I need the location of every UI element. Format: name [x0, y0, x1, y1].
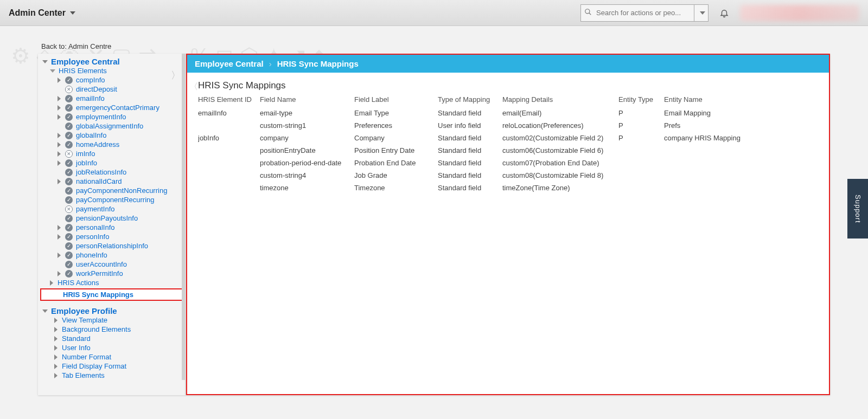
back-link-target: Admin Centre: [68, 42, 111, 50]
search-input[interactable]: [595, 8, 691, 17]
back-link[interactable]: Back to: Admin Centre: [38, 42, 830, 50]
tree-element-item[interactable]: workPermitInfo: [38, 269, 185, 278]
breadcrumb-root[interactable]: Employee Central: [195, 59, 264, 68]
table-cell: Standard field: [438, 184, 500, 192]
tree-arrow-slot: [58, 133, 64, 138]
tree-item-label: compInfo: [76, 76, 105, 84]
tree-element-item[interactable]: jobInfo: [38, 158, 185, 167]
collapse-icon: [50, 69, 55, 73]
tree-profile-item[interactable]: Number Format: [38, 352, 185, 362]
tree-element-item[interactable]: imInfo: [38, 149, 185, 158]
expand-right-icon[interactable]: 〉: [171, 69, 181, 82]
table-row[interactable]: jobInfocompanyCompanyStandard fieldcusto…: [198, 132, 821, 144]
table-row[interactable]: emailInfoemail-typeEmail TypeStandard fi…: [198, 107, 821, 119]
table-cell: Job Grade: [354, 171, 436, 179]
expand-icon: [58, 96, 61, 101]
check-circle-icon: [65, 224, 73, 231]
chevron-down-icon: [70, 11, 75, 15]
tree-item-label: phoneInfo: [76, 251, 107, 259]
tree-item-label: Field Display Format: [62, 362, 126, 370]
tree-element-item[interactable]: pensionPayoutsInfo: [38, 214, 185, 223]
tree-profile-item[interactable]: Field Display Format: [38, 362, 185, 371]
expand-icon: [58, 114, 61, 120]
tree-profile-item[interactable]: Standard: [38, 334, 185, 343]
check-circle-icon: [65, 132, 73, 139]
tree-hris-elements[interactable]: HRIS Elements: [38, 66, 185, 75]
table-row[interactable]: custom-string4Job GradeStandard fieldcus…: [198, 169, 821, 182]
tree-element-item[interactable]: personalInfo: [38, 223, 185, 232]
tree-element-item[interactable]: payComponentRecurring: [38, 195, 185, 204]
tree-element-item[interactable]: directDeposit: [38, 85, 185, 94]
table-row[interactable]: probation-period-end-dateProbation End D…: [198, 157, 821, 169]
global-search[interactable]: [580, 4, 694, 22]
check-circle-icon: [65, 242, 73, 250]
table-cell: timezone: [260, 184, 352, 192]
col-header: Field Label: [354, 95, 436, 104]
tree-element-item[interactable]: payComponentNonRecurring: [38, 186, 185, 195]
tree-element-item[interactable]: globalAssignmentInfo: [38, 121, 185, 131]
tree-arrow-slot: [58, 105, 64, 111]
table-cell: Standard field: [438, 171, 500, 179]
user-profile-area[interactable]: [740, 5, 859, 21]
tree-element-item[interactable]: compInfo: [38, 75, 185, 85]
table-cell: custom08(Customizable Field 8): [502, 171, 616, 179]
table-cell: custom02(Customizable Field 2): [502, 134, 616, 142]
main-content-panel: Employee Central › HRIS Sync Mappings 〈 …: [186, 54, 830, 395]
table-cell: P: [618, 109, 662, 117]
tree-item-label: imInfo: [76, 150, 95, 158]
table-cell: custom07(Probation End Date): [502, 159, 616, 167]
tree-arrow-slot: [58, 253, 64, 258]
expand-icon: [54, 318, 58, 323]
tree-arrow-slot: [54, 327, 61, 332]
tree-hris-sync-mappings[interactable]: HRIS Sync Mappings: [40, 288, 183, 301]
tree-element-item[interactable]: homeAddress: [38, 140, 185, 149]
expand-icon: [58, 179, 61, 184]
tree-hris-actions[interactable]: HRIS Actions: [38, 278, 185, 287]
app-title-dropdown[interactable]: Admin Center: [9, 8, 75, 18]
section-employee-profile[interactable]: Employee Profile: [38, 303, 185, 315]
tree-element-item[interactable]: personInfo: [38, 232, 185, 241]
tree-arrow-slot: [58, 271, 64, 276]
tree-label: HRIS Sync Mappings: [63, 291, 133, 299]
tree-element-item[interactable]: phoneInfo: [38, 250, 185, 260]
table-row[interactable]: positionEntryDatePosition Entry DateStan…: [198, 144, 821, 157]
tree-element-item[interactable]: paymentInfo: [38, 204, 185, 214]
tree-profile-item[interactable]: View Template: [38, 315, 185, 325]
tree-element-item[interactable]: personRelationshipInfo: [38, 241, 185, 250]
tree-arrow-slot: [58, 225, 64, 230]
tree-item-label: View Template: [62, 316, 107, 324]
back-caret-icon[interactable]: 〈: [189, 81, 198, 93]
table-cell: Standard field: [438, 134, 500, 142]
tree-profile-item[interactable]: Background Elements: [38, 325, 185, 334]
tree-profile-item[interactable]: Tab Elements: [38, 371, 185, 380]
table-row[interactable]: custom-string1PreferencesUser info field…: [198, 119, 821, 132]
tree-element-item[interactable]: nationalIdCard: [38, 177, 185, 186]
table-cell: Standard field: [438, 146, 500, 154]
search-dropdown-button[interactable]: [694, 4, 709, 22]
tree-profile-item[interactable]: User Info: [38, 343, 185, 352]
tree-element-item[interactable]: jobRelationsInfo: [38, 167, 185, 177]
support-label: Support: [854, 195, 862, 223]
notifications-bell-icon[interactable]: [719, 8, 729, 18]
table-cell: Position Entry Date: [354, 146, 436, 154]
support-side-tab[interactable]: Support: [847, 179, 868, 238]
tree-item-label: personRelationshipInfo: [76, 242, 148, 250]
check-circle-icon: [65, 233, 73, 241]
tree-element-item[interactable]: emergencyContactPrimary: [38, 103, 185, 112]
tree-arrow-slot: [58, 142, 64, 147]
tree-element-item[interactable]: globalInfo: [38, 131, 185, 140]
section-employee-central[interactable]: Employee Central: [38, 54, 185, 66]
check-circle-icon: [65, 270, 73, 278]
table-cell: [618, 159, 662, 167]
expand-icon: [54, 364, 58, 369]
table-header-row: HRIS Element ID Field Name Field Label T…: [198, 93, 821, 107]
tree-element-item[interactable]: employmentInfo: [38, 112, 185, 121]
tree-element-item[interactable]: userAccountInfo: [38, 260, 185, 269]
check-circle-icon: [65, 123, 73, 130]
tree-element-item[interactable]: emailInfo: [38, 94, 185, 103]
tree-item-label: globalInfo: [76, 131, 106, 139]
check-circle-icon: [65, 215, 73, 222]
tree-item-label: pensionPayoutsInfo: [76, 214, 138, 222]
table-row[interactable]: timezoneTimezoneStandard fieldtimeZone(T…: [198, 182, 821, 194]
tree-item-label: directDeposit: [76, 85, 117, 93]
